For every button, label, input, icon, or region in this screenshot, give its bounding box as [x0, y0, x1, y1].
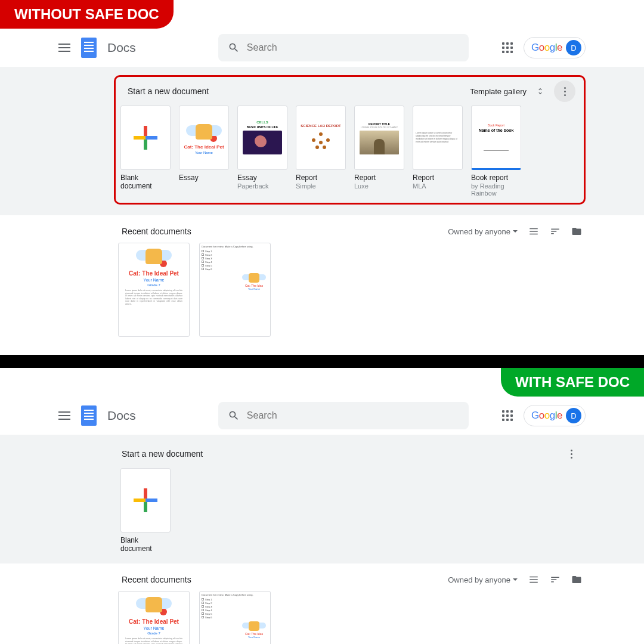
docs-logo-icon[interactable]: [81, 38, 97, 58]
search-input[interactable]: [247, 42, 459, 53]
sort-az-icon[interactable]: [550, 226, 561, 237]
docs-app-without: Docs Google D Start a new document Templ…: [0, 29, 644, 355]
recent-row: Cat: The Ideal Pet Your Name Grade 7 Lor…: [58, 243, 586, 337]
recent-header: Recent documents Owned by anyone: [58, 215, 586, 243]
google-logo: Google: [531, 42, 562, 54]
banner-with: WITH SAFE DOC: [0, 368, 644, 397]
topbar: Docs Google D: [58, 397, 586, 435]
start-new-doc-title: Start a new document: [124, 86, 209, 96]
template-report-luxe[interactable]: REPORT TITLELOREM IPSUM DOLOR SIT AMET R…: [354, 106, 404, 197]
template-essay[interactable]: Cat: The Ideal PetYour Name Essay: [179, 106, 229, 197]
search-icon: [228, 410, 240, 422]
more-button[interactable]: [554, 80, 575, 102]
owned-by-dropdown[interactable]: Owned by anyone: [448, 575, 518, 584]
template-book-report[interactable]: Book ReportName of the book Book report …: [471, 106, 521, 197]
chevron-down-icon: [513, 230, 518, 233]
unfold-icon[interactable]: [536, 87, 544, 95]
search-bar[interactable]: [218, 402, 469, 429]
template-section: Start a new document Blank document: [0, 435, 644, 564]
google-logo: Google: [531, 410, 562, 422]
highlight-box: Start a new document Template gallery Bl…: [114, 75, 586, 205]
apps-grid-icon[interactable]: [502, 42, 513, 53]
account-button[interactable]: Google D: [524, 37, 586, 58]
recent-title: Recent documents: [62, 227, 191, 236]
banner-without-label: WITHOUT SAFE DOC: [0, 0, 174, 29]
list-view-icon[interactable]: [528, 574, 539, 585]
menu-icon[interactable]: [58, 44, 70, 52]
search-icon: [228, 42, 240, 54]
apps-grid-icon[interactable]: [502, 410, 513, 421]
docs-app-with: Docs Google D Start a new document Blank…: [0, 397, 644, 644]
template-blank[interactable]: Blank document: [120, 468, 171, 553]
docs-logo-icon[interactable]: [81, 405, 97, 426]
banner-without: WITHOUT SAFE DOC: [0, 0, 644, 29]
recent-header: Recent documents Owned by anyone: [58, 564, 586, 591]
template-row: Blank document Cat: The Ideal PetYour Na…: [120, 106, 579, 197]
recent-doc-1[interactable]: Cat: The Ideal Pet Your Name Grade 7 Lor…: [118, 243, 190, 337]
folder-icon[interactable]: [571, 226, 582, 237]
recent-title: Recent documents: [62, 575, 191, 584]
template-blank[interactable]: Blank document: [120, 106, 171, 197]
search-bar[interactable]: [218, 34, 469, 61]
chevron-down-icon: [513, 578, 518, 581]
banner-with-label: WITH SAFE DOC: [501, 368, 644, 397]
template-row: Blank document: [58, 468, 586, 553]
start-new-doc-title: Start a new document: [62, 449, 203, 459]
app-name: Docs: [107, 408, 136, 423]
topbar: Docs Google D: [58, 29, 586, 67]
template-report-mla[interactable]: Lorem ipsum dolor sit amet consectetur a…: [413, 106, 463, 197]
search-input[interactable]: [247, 410, 459, 421]
template-gallery-button[interactable]: Template gallery: [470, 87, 527, 96]
app-name: Docs: [107, 41, 136, 55]
recent-doc-2[interactable]: Document for review. Make a Copy before …: [199, 591, 271, 644]
template-section: Start a new document Template gallery Bl…: [0, 67, 644, 215]
more-button[interactable]: [561, 443, 582, 465]
list-view-icon[interactable]: [528, 226, 539, 237]
avatar: D: [566, 40, 581, 55]
avatar: D: [566, 408, 581, 423]
recent-row: Cat: The Ideal Pet Your Name Grade 7 Lor…: [58, 591, 586, 644]
divider: [0, 355, 644, 368]
owned-by-dropdown[interactable]: Owned by anyone: [448, 227, 518, 236]
account-button[interactable]: Google D: [524, 405, 586, 426]
sort-az-icon[interactable]: [550, 574, 561, 585]
folder-icon[interactable]: [571, 574, 582, 585]
recent-doc-1[interactable]: Cat: The Ideal Pet Your Name Grade 7 Lor…: [118, 591, 190, 644]
template-essay-paperback[interactable]: CELLSBASIC UNITS OF LIFE Essay Paperback: [237, 106, 287, 197]
template-report-simple[interactable]: SCIENCE LAB REPORT Report Simple: [296, 106, 346, 197]
menu-icon[interactable]: [58, 411, 70, 420]
recent-doc-2[interactable]: Document for review. Make a Copy before …: [199, 243, 271, 337]
